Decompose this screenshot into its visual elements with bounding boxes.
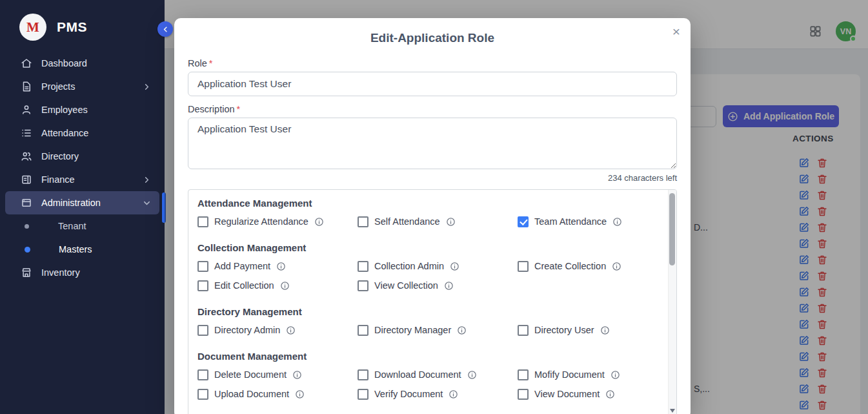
- permission-checkbox[interactable]: [358, 261, 368, 272]
- sidebar-item-attendance[interactable]: Attendance: [5, 121, 159, 145]
- sidebar-item-label: Masters: [59, 244, 92, 254]
- permission-checkbox[interactable]: [197, 389, 208, 400]
- permission-item: Upload Document: [197, 388, 358, 400]
- info-icon[interactable]: [467, 370, 477, 380]
- permission-label: Team Attendance: [534, 216, 607, 227]
- info-icon[interactable]: [446, 217, 456, 227]
- list-icon: [21, 127, 32, 139]
- permission-item: Add Payment: [197, 260, 358, 273]
- permission-label: Download Document: [374, 369, 461, 380]
- info-icon[interactable]: [600, 326, 610, 335]
- permission-item: Create Collection: [518, 260, 657, 273]
- description-textarea[interactable]: Application Test User: [188, 118, 677, 169]
- role-label-text: Role: [188, 58, 207, 68]
- sidebar-item-administration[interactable]: Administration: [5, 191, 159, 214]
- info-icon[interactable]: [292, 370, 302, 380]
- sidebar-item-directory[interactable]: Directory: [5, 145, 159, 168]
- role-input[interactable]: [188, 72, 677, 96]
- permission-checkbox[interactable]: [358, 369, 368, 380]
- permission-item: Verify Document: [358, 388, 518, 400]
- app-root: M PMS Dashboard Projects Employees Atten…: [0, 0, 868, 414]
- permission-label: Directory Manager: [374, 325, 451, 335]
- permission-checkbox[interactable]: [518, 325, 529, 336]
- permission-label: Edit Collection: [214, 280, 274, 291]
- logo: M: [19, 14, 46, 41]
- modal-title: Edit-Application Role: [188, 31, 677, 45]
- info-icon[interactable]: [444, 281, 454, 291]
- info-icon[interactable]: [314, 217, 324, 227]
- edit-application-role-modal: × Edit-Application Role Role* Descriptio…: [174, 18, 691, 414]
- info-icon[interactable]: [449, 389, 458, 399]
- permission-checkbox[interactable]: [518, 389, 529, 400]
- sidebar-item-inventory[interactable]: Inventory: [5, 261, 159, 284]
- permission-checkbox[interactable]: [197, 216, 208, 227]
- info-icon[interactable]: [612, 217, 622, 227]
- permission-label: Delete Document: [214, 369, 287, 380]
- permission-label: View Document: [534, 389, 600, 399]
- permission-item: Team Attendance: [518, 215, 657, 228]
- sidebar-item-projects[interactable]: Projects: [5, 75, 159, 98]
- permission-label: View Collection: [374, 280, 438, 291]
- info-icon[interactable]: [450, 262, 459, 271]
- info-icon[interactable]: [286, 326, 296, 335]
- sidebar-item-dashboard[interactable]: Dashboard: [5, 52, 159, 75]
- info-icon[interactable]: [457, 326, 467, 335]
- info-icon[interactable]: [280, 281, 290, 291]
- permission-checkbox[interactable]: [358, 389, 368, 400]
- admin-panel-icon: [21, 197, 32, 209]
- permission-checkbox[interactable]: [197, 280, 208, 291]
- finance-icon: [21, 174, 32, 185]
- role-field-label: Role*: [188, 58, 677, 68]
- permission-group: Collection Management Add Payment Collec…: [197, 242, 657, 292]
- permission-label: Regularize Attendance: [214, 216, 308, 227]
- sidebar-item-label: Directory: [41, 151, 79, 161]
- description-field-label: Description*: [188, 104, 677, 114]
- chevron-down-icon: [142, 198, 152, 208]
- permission-label: Directory User: [534, 325, 594, 335]
- sidebar-item-employees[interactable]: Employees: [5, 98, 159, 121]
- description-label-text: Description: [188, 104, 235, 114]
- permission-checkbox[interactable]: [197, 369, 208, 380]
- permission-label: Self Attendance: [374, 216, 440, 227]
- sidebar-item-finance[interactable]: Finance: [5, 168, 159, 191]
- permission-checkbox[interactable]: [518, 261, 529, 272]
- store-icon: [21, 267, 32, 278]
- permission-checkbox[interactable]: [518, 216, 529, 227]
- sidebar-item-label: Projects: [41, 81, 75, 92]
- info-icon[interactable]: [611, 370, 620, 380]
- permission-group: Document Management Delete Document Down…: [197, 351, 657, 400]
- permission-label: Directory Admin: [214, 325, 280, 335]
- sidebar-subitem-masters[interactable]: Masters: [5, 238, 159, 261]
- permission-checkbox[interactable]: [197, 325, 208, 336]
- permission-checkbox[interactable]: [518, 369, 529, 380]
- permission-item: Edit Collection: [197, 279, 358, 292]
- info-icon[interactable]: [612, 262, 621, 271]
- sidebar: M PMS Dashboard Projects Employees Atten…: [0, 0, 165, 414]
- characters-left-counter: 234 characters left: [188, 173, 677, 183]
- info-icon[interactable]: [295, 389, 305, 399]
- info-icon[interactable]: [276, 262, 286, 271]
- sidebar-subitem-tenant[interactable]: Tenant: [5, 214, 159, 238]
- close-icon[interactable]: ×: [672, 25, 680, 38]
- permission-checkbox[interactable]: [358, 325, 368, 336]
- scroll-down-arrow-icon[interactable]: [670, 409, 675, 413]
- permission-item: Mofify Document: [518, 368, 657, 381]
- scrollbar-thumb[interactable]: [669, 193, 675, 265]
- sidebar-item-label: Inventory: [41, 267, 80, 278]
- permission-grid: Add Payment Collection Admin Create Coll…: [197, 260, 657, 292]
- permission-checkbox[interactable]: [358, 280, 368, 291]
- permission-item: View Document: [518, 388, 657, 400]
- sidebar-collapse-button[interactable]: [157, 21, 173, 37]
- person-icon: [21, 104, 32, 116]
- permission-group-title: Document Management: [197, 351, 657, 362]
- permissions-panel: Attendance Management Regularize Attenda…: [188, 189, 677, 414]
- permission-label: Add Payment: [214, 261, 270, 271]
- permission-group-title: Directory Management: [197, 306, 657, 317]
- info-icon[interactable]: [605, 389, 615, 399]
- permission-checkbox[interactable]: [358, 216, 368, 227]
- sidebar-item-label: Administration: [41, 198, 101, 208]
- permission-checkbox[interactable]: [197, 261, 208, 272]
- people-icon: [21, 150, 32, 162]
- permission-item: View Collection: [358, 279, 518, 292]
- permission-label: Upload Document: [214, 389, 289, 399]
